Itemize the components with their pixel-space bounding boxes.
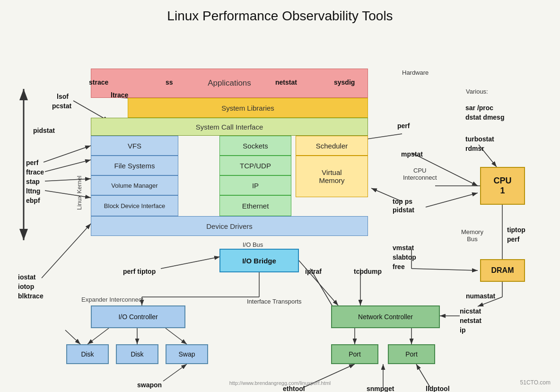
tool-lttng: lttng [26,187,40,195]
tool-iptraf: iptraf [305,268,322,275]
linux-kernel-label: Linux Kernel [76,146,83,240]
tool-lsof: lsof [57,93,69,100]
sockets-block: Sockets [219,136,291,156]
tool-ltrace: ltrace [111,91,128,99]
tool-netstat: netstat [275,78,297,86]
tool-perf-right: perf [507,235,519,243]
tool-snmpget: snmpget [367,385,394,392]
svg-line-18 [161,257,220,269]
tool-stap: stap [26,178,40,185]
ip-block: IP [219,175,291,195]
svg-line-43 [45,179,91,181]
tool-ip-right: ip [460,326,465,334]
network-controller-box: Network Controller [331,305,440,328]
tool-iostat: iostat [18,273,35,281]
svg-line-26 [65,330,80,344]
tool-sar-proc: sar /proc [465,104,493,112]
tool-free: free [393,263,405,270]
svg-line-17 [411,269,478,270]
svg-line-45 [42,224,91,278]
tool-dstat-dmesg: dstat dmesg [465,113,504,121]
ethernet-block: Ethernet [219,195,291,216]
tool-top-ps: top ps [393,198,412,205]
device-drivers-layer: Device Drivers [91,216,368,236]
tool-lldptool: lldptool [426,385,450,392]
hardware-section-label: Hardware [402,69,429,76]
cpu-interconnect-label: CPU Interconnect [403,167,437,181]
svg-line-42 [45,160,91,172]
scheduler-block: Scheduler [296,136,368,156]
svg-line-25 [163,364,187,381]
cpu-box: CPU 1 [480,167,525,205]
tool-ebpf: ebpf [26,197,40,204]
tool-sysdig: sysdig [334,78,355,86]
various-section-label: Various: [466,88,488,95]
virtual-memory-block: Virtual Memory [296,156,368,197]
svg-line-41 [44,146,91,162]
io-bus-label: I/O Bus [243,241,263,248]
io-controller-box: I/O Controller [91,305,185,328]
tool-turbostat: turbostat [465,135,494,143]
block-device-interface: Block Device Interface [91,195,178,216]
tool-pidstat-top: pidstat [33,127,55,134]
dram-box: DRAM [480,259,525,282]
svg-line-24 [166,328,187,344]
tool-blktrace: blktrace [18,292,44,300]
tool-perf-top: perf [397,122,410,130]
syscall-layer: System Call Interface [91,118,368,136]
tool-perf-left: perf [26,159,38,166]
tool-swapon: swapon [137,381,162,389]
tool-strace: strace [89,78,108,86]
port2-box: Port [388,344,435,364]
svg-line-15 [426,193,478,207]
filesystems-block: File Systems [91,156,178,175]
tool-ethtool: ethtool [283,385,305,392]
tool-rdmsr: rdmsr [465,145,484,152]
tool-iotop: iotop [18,283,34,290]
tool-numastat: numastat [466,292,495,300]
swap-box: Swap [166,344,208,364]
system-libraries-layer: System Libraries [128,98,368,118]
tool-tiptop: tiptop [507,226,525,234]
applications-layer: Applications [91,69,368,98]
tool-ss: ss [166,78,173,86]
disk2-box: Disk [116,344,158,364]
memory-bus-label: Memory Bus [461,228,483,243]
tool-nicstat: nicstat [460,307,481,315]
tool-slabtop: slabtop [393,253,416,261]
tool-pcstat: pcstat [52,102,71,110]
volume-manager-block: Volume Manager [91,175,178,195]
tool-tcpdump: tcpdump [354,268,382,275]
page-title: Linux Performance Observability Tools [0,0,560,27]
svg-line-39 [416,364,430,388]
watermark2: http://www.brendangregg.com/linuxperf.ht… [229,380,331,386]
svg-line-22 [88,328,109,344]
disk1-box: Disk [66,344,109,364]
tool-netstat-right: netstat [460,317,481,324]
tcpudp-block: TCP/UDP [219,156,291,175]
expander-interconnect-label: Expander Interconnect [81,296,143,303]
watermark: 51CTO.com [520,379,551,386]
tool-pidstat-right: pidstat [393,206,414,214]
tool-vmstat: vmstat [393,244,414,252]
svg-line-44 [45,191,91,198]
tool-perf-tiptop: perf tiptop [123,268,156,275]
vfs-block: VFS [91,136,178,156]
port1-box: Port [331,344,378,364]
io-bridge-box: I/O Bridge [219,249,299,272]
interface-transports-label: Interface Transports [247,298,302,305]
tool-ftrace: ftrace [26,168,44,176]
tool-mpstat: mpstat [401,150,423,158]
